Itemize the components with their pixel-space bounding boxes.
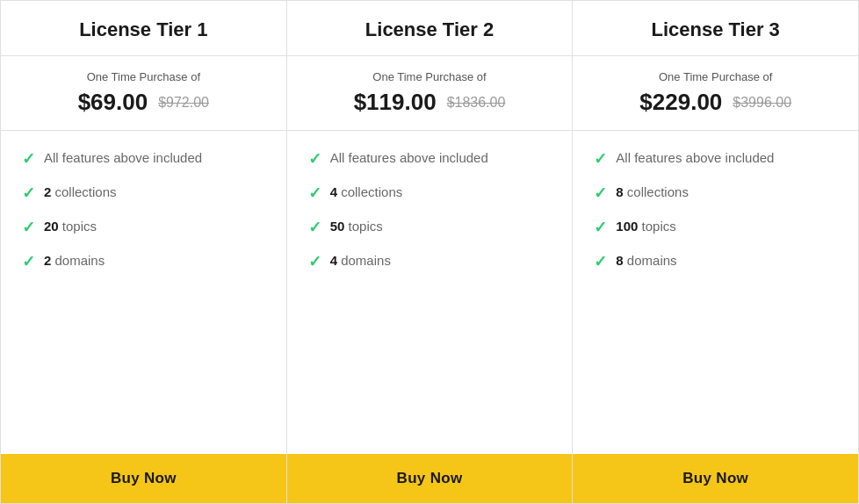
pricing-container: License Tier 1One Time Purchase of$69.00… [0,0,859,504]
original-price-tier1: $972.00 [158,95,209,111]
price-row-tier1: $69.00$972.00 [22,89,265,116]
check-icon: ✓ [308,184,321,203]
feature-text-tier1-2: 20 topics [44,217,97,235]
feature-text-tier2-2: 50 topics [330,217,383,235]
check-icon: ✓ [22,184,35,203]
pricing-card-tier3: License Tier 3One Time Purchase of$229.0… [572,0,859,504]
current-price-tier2: $119.00 [354,89,437,116]
purchase-label-tier3: One Time Purchase of [594,70,837,83]
check-icon: ✓ [22,252,35,271]
card-header-tier2: License Tier 2 [287,1,573,56]
feature-text-tier1-0: All features above included [44,148,202,167]
feature-item-tier3-2: ✓100 topics [594,217,837,237]
feature-text-tier3-1: 8 collections [616,183,689,201]
feature-text-tier2-0: All features above included [330,148,488,167]
feature-text-tier3-2: 100 topics [616,217,675,235]
card-footer-tier1: Buy Now [1,443,286,503]
check-icon: ✓ [22,218,35,237]
feature-text-tier1-1: 2 collections [44,183,117,201]
card-header-tier1: License Tier 1 [1,1,286,56]
check-icon: ✓ [308,252,321,271]
feature-text-tier3-0: All features above included [616,148,774,167]
card-features-tier3: ✓All features above included✓8 collectio… [573,131,858,443]
feature-text-tier2-1: 4 collections [330,183,403,201]
current-price-tier3: $229.00 [639,89,722,116]
pricing-card-tier2: License Tier 2One Time Purchase of$119.0… [286,0,573,504]
original-price-tier2: $1836.00 [447,95,506,111]
buy-button-tier2[interactable]: Buy Now [287,454,573,503]
card-header-tier3: License Tier 3 [573,1,858,56]
feature-item-tier2-2: ✓50 topics [308,217,552,237]
feature-item-tier1-2: ✓20 topics [22,217,265,237]
feature-text-tier2-3: 4 domains [330,251,391,270]
check-icon: ✓ [308,218,321,237]
buy-button-tier1[interactable]: Buy Now [1,454,286,503]
check-icon: ✓ [22,149,35,169]
feature-text-tier3-3: 8 domains [616,251,676,270]
tier-title-tier2: License Tier 2 [308,18,552,41]
buy-button-tier3[interactable]: Buy Now [573,454,858,503]
feature-item-tier3-3: ✓8 domains [594,251,837,271]
feature-text-tier1-3: 2 domains [44,251,105,270]
feature-item-tier1-0: ✓All features above included [22,148,265,169]
feature-item-tier2-3: ✓4 domains [308,251,552,271]
card-features-tier1: ✓All features above included✓2 collectio… [1,131,286,443]
feature-item-tier3-0: ✓All features above included [594,148,837,169]
tier-title-tier3: License Tier 3 [594,18,837,41]
check-icon: ✓ [594,252,607,271]
check-icon: ✓ [308,149,321,169]
price-row-tier3: $229.00$3996.00 [594,89,837,116]
feature-item-tier3-1: ✓8 collections [594,183,837,203]
feature-item-tier2-1: ✓4 collections [308,183,552,203]
check-icon: ✓ [594,218,607,237]
pricing-card-tier1: License Tier 1One Time Purchase of$69.00… [0,0,286,504]
feature-item-tier1-1: ✓2 collections [22,183,265,203]
feature-item-tier1-3: ✓2 domains [22,251,265,271]
feature-item-tier2-0: ✓All features above included [308,148,552,169]
check-icon: ✓ [594,184,607,203]
card-footer-tier3: Buy Now [573,443,858,503]
card-footer-tier2: Buy Now [287,443,573,503]
card-features-tier2: ✓All features above included✓4 collectio… [287,131,573,443]
purchase-label-tier1: One Time Purchase of [22,70,265,83]
card-price-tier2: One Time Purchase of$119.00$1836.00 [287,56,573,131]
card-price-tier3: One Time Purchase of$229.00$3996.00 [573,56,858,131]
tier-title-tier1: License Tier 1 [22,18,265,41]
check-icon: ✓ [594,149,607,169]
original-price-tier3: $3996.00 [733,95,791,111]
current-price-tier1: $69.00 [78,89,148,116]
purchase-label-tier2: One Time Purchase of [308,70,552,83]
card-price-tier1: One Time Purchase of$69.00$972.00 [1,56,286,131]
price-row-tier2: $119.00$1836.00 [308,89,552,116]
